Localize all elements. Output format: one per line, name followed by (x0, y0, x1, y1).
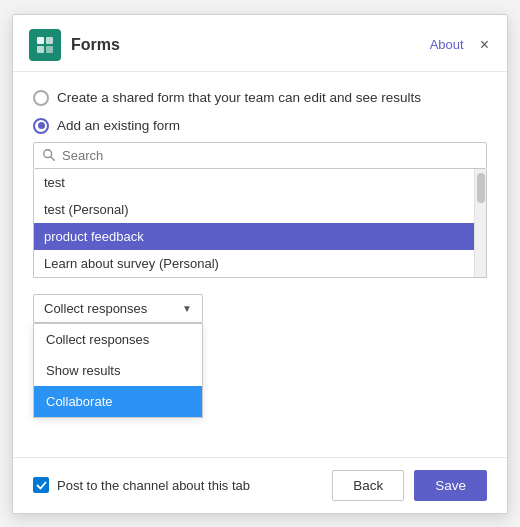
add-existing-radio[interactable] (33, 118, 49, 134)
svg-rect-1 (46, 37, 53, 44)
scrollbar-track[interactable] (474, 169, 486, 277)
dropdown-item-collect[interactable]: Collect responses (34, 324, 202, 355)
search-box (33, 142, 487, 169)
dialog-header: Forms About × (13, 15, 507, 72)
dialog: Forms About × Create a shared form that … (12, 14, 508, 514)
list-item[interactable]: test (34, 169, 474, 196)
search-icon (42, 148, 56, 162)
dropdown-item-collaborate[interactable]: Collaborate (34, 386, 202, 417)
close-button[interactable]: × (478, 37, 491, 53)
form-items: test test (Personal) product feedback Le… (34, 169, 474, 277)
scrollbar-thumb[interactable] (477, 173, 485, 203)
create-shared-label: Create a shared form that your team can … (57, 90, 421, 105)
svg-rect-2 (37, 46, 44, 53)
create-shared-option[interactable]: Create a shared form that your team can … (33, 90, 487, 106)
dropdown-trigger[interactable]: Collect responses ▼ (33, 294, 203, 323)
dialog-footer: Post to the channel about this tab Back … (13, 457, 507, 513)
list-item[interactable]: test (Personal) (34, 196, 474, 223)
dropdown-item-results[interactable]: Show results (34, 355, 202, 386)
dropdown-container: Collect responses ▼ Collect responses Sh… (33, 294, 487, 323)
save-button[interactable]: Save (414, 470, 487, 501)
checkmark-icon (36, 480, 47, 491)
dropdown-selected-label: Collect responses (44, 301, 147, 316)
create-shared-radio[interactable] (33, 90, 49, 106)
about-link[interactable]: About (430, 37, 464, 52)
svg-rect-3 (46, 46, 53, 53)
dialog-body: Create a shared form that your team can … (13, 72, 507, 457)
dropdown-menu: Collect responses Show results Collabora… (33, 323, 203, 418)
dropdown-arrow-icon: ▼ (182, 303, 192, 314)
search-input[interactable] (62, 148, 478, 163)
post-channel-label: Post to the channel about this tab (57, 478, 250, 493)
add-existing-option[interactable]: Add an existing form (33, 118, 487, 134)
list-item[interactable]: Learn about survey (Personal) (34, 250, 474, 277)
svg-line-5 (51, 157, 55, 161)
add-existing-label: Add an existing form (57, 118, 180, 133)
post-channel-area: Post to the channel about this tab (33, 477, 322, 493)
form-list-container: test test (Personal) product feedback Le… (33, 169, 487, 278)
back-button[interactable]: Back (332, 470, 404, 501)
post-channel-checkbox[interactable] (33, 477, 49, 493)
svg-rect-0 (37, 37, 44, 44)
header-actions: About × (430, 37, 491, 53)
app-icon (29, 29, 61, 61)
dialog-title: Forms (71, 36, 430, 54)
list-item-active[interactable]: product feedback (34, 223, 474, 250)
